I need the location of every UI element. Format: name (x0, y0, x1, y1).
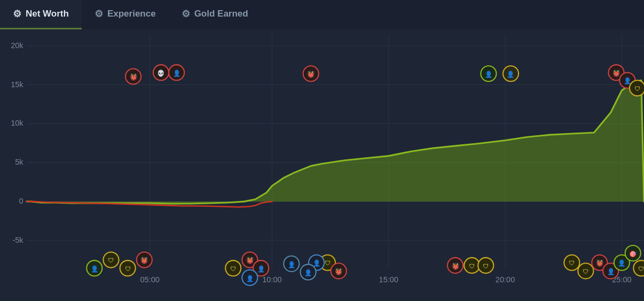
svg-text:05:00: 05:00 (140, 275, 160, 284)
svg-text:👤: 👤 (618, 259, 626, 267)
svg-text:🛡: 🛡 (108, 257, 114, 264)
tab-experience[interactable]: ⚙ Experience (82, 0, 169, 29)
svg-text:👤: 👤 (288, 261, 296, 268)
svg-text:👹: 👹 (612, 70, 621, 77)
svg-text:👤: 👤 (246, 275, 254, 282)
chart-area: 20k 15k 10k 5k 0 -5k 05:00 10:00 15:00 2… (0, 29, 644, 301)
svg-text:👤: 👤 (485, 71, 493, 78)
svg-text:👤: 👤 (507, 71, 515, 78)
svg-text:👹: 👹 (307, 71, 315, 78)
svg-text:👤: 👤 (91, 265, 99, 273)
svg-text:🛡: 🛡 (469, 263, 475, 269)
experience-icon: ⚙ (95, 8, 103, 20)
tab-net-worth[interactable]: ⚙ Net Worth (0, 0, 82, 29)
svg-text:10:00: 10:00 (262, 275, 281, 284)
svg-text:0: 0 (19, 197, 23, 205)
svg-text:15:00: 15:00 (379, 275, 398, 284)
svg-text:👤: 👤 (304, 269, 312, 276)
green-area (27, 80, 644, 204)
svg-text:🛡: 🛡 (634, 86, 640, 92)
svg-text:👹: 👹 (335, 268, 343, 275)
svg-text:-5k: -5k (12, 236, 23, 244)
main-container: ⚙ Net Worth ⚙ Experience ⚙ Gold Earned (0, 0, 644, 301)
svg-text:👹: 👹 (596, 259, 604, 267)
svg-text:👤: 👤 (257, 265, 265, 273)
svg-text:🛡: 🛡 (638, 266, 644, 272)
svg-text:🛡: 🛡 (325, 260, 331, 266)
svg-text:👤: 👤 (607, 268, 615, 275)
net-worth-icon: ⚙ (13, 8, 21, 20)
chart-svg: 20k 15k 10k 5k 0 -5k 05:00 10:00 15:00 2… (0, 35, 644, 301)
svg-text:5k: 5k (15, 158, 23, 166)
svg-text:🛡: 🛡 (569, 260, 575, 266)
svg-text:👹: 👹 (246, 257, 254, 264)
tab-net-worth-label: Net Worth (26, 9, 69, 19)
svg-text:20:00: 20:00 (496, 275, 515, 284)
svg-text:💀: 💀 (157, 70, 165, 77)
svg-text:👤: 👤 (313, 259, 321, 267)
tab-gold-earned-label: Gold Earned (194, 9, 248, 19)
svg-text:👹: 👹 (140, 257, 148, 264)
gold-earned-icon: ⚙ (182, 8, 190, 20)
svg-text:15k: 15k (11, 80, 23, 89)
svg-text:🛡: 🛡 (583, 268, 588, 275)
svg-text:🛡: 🛡 (483, 263, 489, 269)
svg-text:10k: 10k (11, 119, 23, 127)
tab-gold-earned[interactable]: ⚙ Gold Earned (169, 0, 261, 29)
tab-experience-label: Experience (107, 9, 156, 19)
svg-text:👹: 👹 (452, 263, 460, 270)
svg-text:👹: 👹 (130, 73, 138, 81)
svg-text:🛡: 🛡 (125, 266, 131, 272)
svg-text:🎯: 🎯 (629, 250, 637, 258)
svg-text:👤: 👤 (173, 70, 181, 77)
tab-bar: ⚙ Net Worth ⚙ Experience ⚙ Gold Earned (0, 0, 644, 29)
svg-text:🛡: 🛡 (230, 266, 236, 272)
svg-text:20k: 20k (11, 41, 23, 50)
